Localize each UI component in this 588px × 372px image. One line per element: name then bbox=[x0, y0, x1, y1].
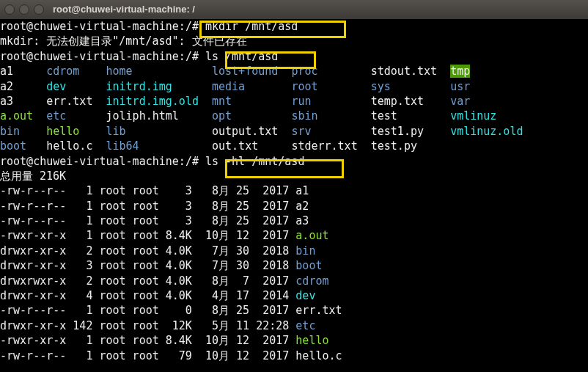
ls-long-row: -rw-r--r-- 1 root root 3 8月 25 2017 a1 bbox=[0, 183, 588, 198]
ls-entry: hello bbox=[46, 125, 79, 138]
terminal-line: root@chuwei-virtual-machine:/# mkdir /mn… bbox=[0, 19, 588, 34]
ls-entry: opt bbox=[212, 109, 232, 123]
group: root bbox=[126, 214, 159, 227]
group: root bbox=[126, 200, 159, 213]
file-name: dev bbox=[295, 289, 315, 302]
prompt-path: / bbox=[185, 20, 192, 33]
terminal-line: mkdir: 无法创建目录"/mnt/asd": 文件已存在 bbox=[0, 34, 588, 48]
perm: -rw-r--r-- bbox=[0, 200, 66, 213]
ls-entry: a.out bbox=[0, 109, 33, 123]
perm: drwxr-xr-x bbox=[0, 259, 66, 272]
time: 2018 bbox=[249, 244, 289, 258]
links: 1 bbox=[66, 304, 92, 317]
mkdir-error: mkdir: 无法创建目录"/mnt/asd": 文件已存在 bbox=[0, 34, 247, 48]
file-name: etc bbox=[295, 319, 315, 332]
window-maximize-icon[interactable] bbox=[34, 4, 44, 15]
ls-entry: test bbox=[371, 109, 397, 123]
owner: root bbox=[92, 289, 125, 302]
terminal-line: a3 err.txt initrd.img.old mnt run temp.t… bbox=[0, 94, 588, 109]
links: 2 bbox=[66, 274, 92, 288]
group: root bbox=[126, 289, 159, 302]
ls-entry: stdout.txt bbox=[371, 65, 437, 78]
ls-long-row: -rw-r--r-- 1 root root 3 8月 25 2017 a2 bbox=[0, 199, 588, 214]
ls-entry: sys bbox=[371, 80, 391, 93]
cmd-ls: ls /mnt/asd bbox=[205, 50, 278, 63]
prompt-path: / bbox=[185, 50, 192, 63]
size: 12K bbox=[159, 319, 192, 332]
day: 11 bbox=[229, 319, 249, 332]
ls-entry: boot bbox=[0, 139, 26, 153]
group: root bbox=[126, 334, 159, 347]
ls-entry: mnt bbox=[212, 95, 232, 108]
perm: -rw-r--r-- bbox=[0, 184, 66, 197]
ls-entry: home bbox=[106, 65, 133, 78]
terminal-line: 总用量 216K bbox=[0, 169, 588, 183]
terminal-output[interactable]: root@chuwei-virtual-machine:/# mkdir /mn… bbox=[0, 19, 588, 363]
ls-long-row: -rw-r--r-- 1 root root 79 10月 12 2017 he… bbox=[0, 349, 588, 363]
file-name: bin bbox=[295, 244, 315, 258]
month: 8月 bbox=[192, 200, 229, 213]
ls-entry: bin bbox=[0, 125, 20, 138]
ls-entry: usr bbox=[450, 80, 470, 93]
ls-entry: vmlinuz.old bbox=[450, 125, 523, 138]
terminal-line: bin hello lib output.txt srv test1.py vm… bbox=[0, 124, 588, 139]
time: 2017 bbox=[249, 334, 289, 347]
ls-long-row: -rwxr-xr-x 1 root root 8.4K 10月 12 2017 … bbox=[0, 228, 588, 243]
group: root bbox=[126, 304, 159, 317]
links: 142 bbox=[66, 319, 92, 332]
ls-entry: lost+found bbox=[212, 65, 278, 78]
file-name: boot bbox=[295, 259, 322, 272]
ls-entry: lib bbox=[106, 125, 126, 138]
total-label: 总用量 bbox=[0, 169, 40, 183]
ls-entry: proc bbox=[291, 65, 317, 78]
ls-long-row: drwxr-xr-x 4 root root 4.0K 4月 17 2014 d… bbox=[0, 288, 588, 303]
owner: root bbox=[92, 319, 125, 332]
perm: -rw-r--r-- bbox=[0, 304, 66, 317]
window-titlebar: root@chuwei-virtual-machine: / bbox=[0, 0, 588, 19]
month: 8月 bbox=[192, 184, 229, 197]
owner: root bbox=[92, 244, 125, 258]
time: 2017 bbox=[249, 214, 289, 227]
day: 25 bbox=[229, 184, 249, 197]
owner: root bbox=[92, 304, 125, 317]
size: 4.0K bbox=[159, 289, 192, 302]
day: 30 bbox=[229, 244, 249, 258]
ls-entry: initrd.img.old bbox=[106, 95, 199, 108]
links: 4 bbox=[66, 289, 92, 302]
ls-entry: hello.c bbox=[46, 139, 92, 153]
day: 25 bbox=[229, 200, 249, 213]
terminal-line: boot hello.c lib64 out.txt stderr.txt te… bbox=[0, 139, 588, 153]
terminal-line: root@chuwei-virtual-machine:/# ls /mnt/a… bbox=[0, 49, 588, 64]
day: 25 bbox=[229, 214, 249, 227]
time: 2017 bbox=[249, 349, 289, 362]
ls-entry: sbin bbox=[291, 109, 317, 123]
window-close-icon[interactable] bbox=[4, 4, 15, 15]
group: root bbox=[126, 274, 159, 288]
size: 4.0K bbox=[159, 244, 192, 258]
month: 5月 bbox=[192, 319, 229, 332]
group: root bbox=[126, 259, 159, 272]
time: 2017 bbox=[249, 304, 289, 317]
window-minimize-icon[interactable] bbox=[19, 4, 29, 15]
time: 22:28 bbox=[249, 319, 289, 332]
links: 1 bbox=[66, 184, 92, 197]
ls-entry: test1.py bbox=[371, 125, 424, 138]
day: 25 bbox=[229, 304, 249, 317]
time: 2017 bbox=[249, 274, 289, 288]
month: 8月 bbox=[192, 214, 229, 227]
prompt-path: / bbox=[185, 155, 192, 168]
month: 8月 bbox=[192, 274, 229, 288]
prompt-host: root@chuwei-virtual-machine bbox=[0, 155, 179, 168]
day: 12 bbox=[229, 349, 249, 362]
ls-entry: media bbox=[212, 80, 245, 93]
ls-long-row: -rw-r--r-- 1 root root 3 8月 25 2017 a3 bbox=[0, 214, 588, 228]
ls-entry: cdrom bbox=[46, 65, 79, 78]
file-name: err.txt bbox=[295, 304, 342, 317]
total-value: 216K bbox=[40, 169, 66, 183]
perm: -rwxr-xr-x bbox=[0, 229, 66, 242]
prompt-host: root@chuwei-virtual-machine bbox=[0, 50, 179, 63]
file-name: a1 bbox=[295, 184, 309, 197]
ls-entry: initrd.img bbox=[106, 80, 172, 93]
links: 1 bbox=[66, 349, 92, 362]
time: 2014 bbox=[249, 289, 289, 302]
